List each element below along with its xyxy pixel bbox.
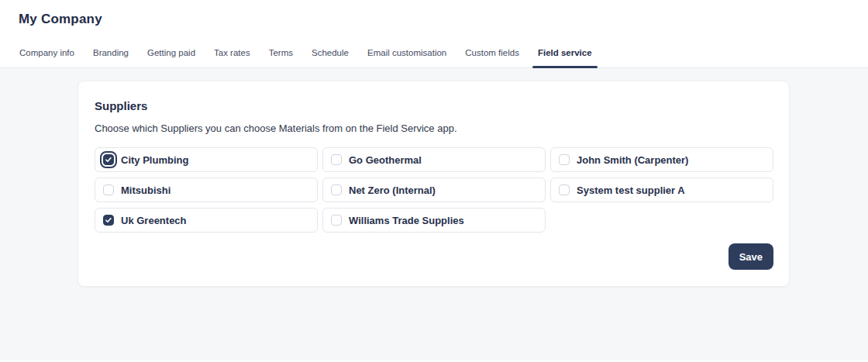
supplier-item-uk-greentech[interactable]: Uk Greentech <box>95 208 318 233</box>
supplier-label: Go Geothermal <box>349 154 422 166</box>
tab-field-service[interactable]: Field service <box>529 40 601 67</box>
tab-company-info[interactable]: Company info <box>10 40 84 67</box>
save-row: Save <box>95 243 773 270</box>
suppliers-card: Suppliers Choose which Suppliers you can… <box>78 81 790 287</box>
supplier-grid: City Plumbing Go Geothermal John Smith (… <box>95 147 773 233</box>
settings-tabbar: Company info Branding Getting paid Tax r… <box>0 40 868 68</box>
suppliers-description: Choose which Suppliers you can choose Ma… <box>95 122 773 134</box>
checkbox-icon[interactable] <box>559 154 570 165</box>
supplier-label: System test supplier A <box>577 184 685 196</box>
checkbox-icon[interactable] <box>331 184 342 195</box>
supplier-item-system-test-supplier-a[interactable]: System test supplier A <box>550 178 773 202</box>
supplier-label: John Smith (Carpenter) <box>577 154 688 166</box>
tab-schedule[interactable]: Schedule <box>302 40 358 67</box>
checkbox-icon[interactable] <box>103 154 114 165</box>
page-header: My Company <box>0 0 868 27</box>
tab-email-customisation[interactable]: Email customisation <box>358 40 456 67</box>
suppliers-heading: Suppliers <box>95 99 773 112</box>
checkbox-icon[interactable] <box>103 215 114 226</box>
page-title: My Company <box>19 12 849 27</box>
tab-custom-fields[interactable]: Custom fields <box>456 40 529 67</box>
supplier-label: Williams Trade Supplies <box>349 215 464 226</box>
supplier-item-go-geothermal[interactable]: Go Geothermal <box>322 147 546 172</box>
supplier-item-net-zero[interactable]: Net Zero (Internal) <box>322 178 546 202</box>
supplier-label: Net Zero (Internal) <box>349 184 436 196</box>
checkbox-icon[interactable] <box>103 184 114 195</box>
supplier-label: City Plumbing <box>121 154 188 166</box>
tab-tax-rates[interactable]: Tax rates <box>205 40 260 67</box>
tab-branding[interactable]: Branding <box>84 40 138 67</box>
tab-terms[interactable]: Terms <box>260 40 302 67</box>
supplier-item-mitsubishi[interactable]: Mitsubishi <box>95 178 318 202</box>
checkbox-icon[interactable] <box>559 184 570 195</box>
supplier-item-john-smith[interactable]: John Smith (Carpenter) <box>550 147 773 172</box>
supplier-item-city-plumbing[interactable]: City Plumbing <box>95 147 318 172</box>
supplier-item-williams-trade-supplies[interactable]: Williams Trade Supplies <box>322 208 546 233</box>
checkbox-icon[interactable] <box>331 154 342 165</box>
save-button[interactable]: Save <box>728 243 773 270</box>
supplier-label: Uk Greentech <box>121 215 187 226</box>
tab-getting-paid[interactable]: Getting paid <box>138 40 205 67</box>
supplier-label: Mitsubishi <box>121 184 170 196</box>
checkbox-icon[interactable] <box>331 215 342 226</box>
content-area: Suppliers Choose which Suppliers you can… <box>0 68 868 360</box>
